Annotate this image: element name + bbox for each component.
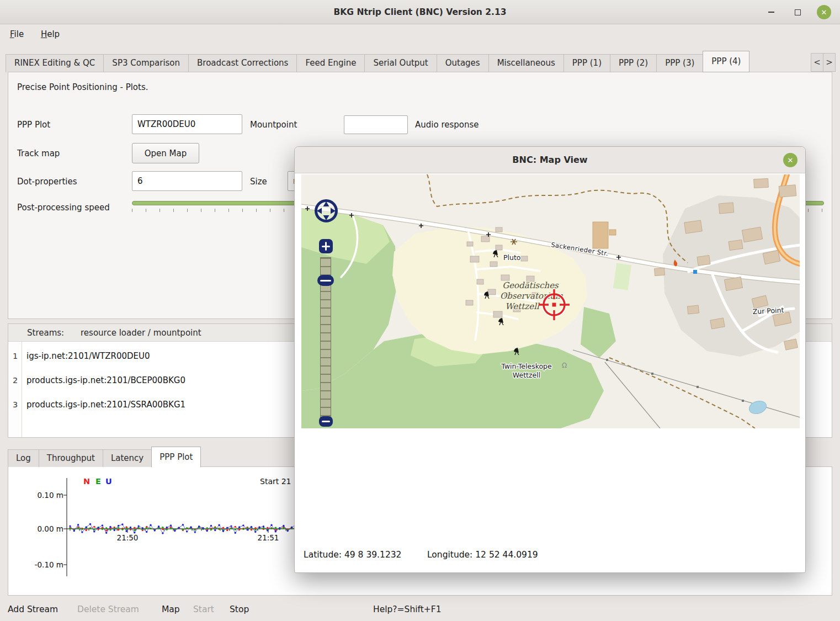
handle-bar-icon	[320, 280, 331, 282]
chevron-left-icon: <	[814, 57, 821, 67]
stream-url: igs-ip.net:2101/WTZR00DEU0	[26, 344, 150, 368]
post-processing-speed-label: Post-processing speed	[17, 203, 110, 213]
map-view[interactable]: Pluto Sackenrieder Str. Geodätisches Obs…	[301, 174, 800, 428]
map-label-observatory-1: Geodätisches	[502, 280, 559, 290]
map-button[interactable]: Map	[162, 599, 180, 620]
top-tab-bar: RINEX Editing & QC SP3 Comparison Broadc…	[6, 51, 805, 72]
latitude-value: Latitude: 49 8 39.1232	[304, 550, 401, 560]
mountpoint-label: Mountpoint	[250, 120, 297, 130]
maximize-button[interactable]	[790, 5, 805, 19]
ppp-plot-canvas: N E U Start 21 0.10 m 0.00 m -0.10 m 21:…	[8, 467, 317, 596]
audio-response-label: Audio response	[415, 120, 479, 130]
minimize-button[interactable]	[764, 5, 778, 19]
footer-bar: Add Stream Delete Stream Map Start Stop …	[0, 599, 840, 621]
row-number: 3	[8, 392, 22, 417]
tab-throughput[interactable]: Throughput	[39, 449, 103, 467]
map-label-pluto: Pluto	[503, 253, 520, 262]
map-label-omega: Ω	[562, 362, 567, 369]
legend-n: N	[83, 477, 90, 486]
tab-serial-output[interactable]: Serial Output	[364, 54, 437, 72]
plot-start-label: Start 21	[260, 477, 291, 486]
delete-stream-button: Delete Stream	[77, 599, 139, 620]
tab-scroll-right-button[interactable]: >	[823, 53, 836, 72]
minus-icon	[322, 421, 330, 422]
map-label-zur-point: Zur Point	[752, 306, 784, 316]
tab-log[interactable]: Log	[8, 449, 39, 467]
titlebar[interactable]: BKG Ntrip Client (BNC) Version 2.13 ✕	[0, 0, 840, 24]
maximize-icon	[795, 9, 801, 15]
menubar: File Help	[0, 25, 840, 44]
stream-url: products.igs-ip.net:2101/SSRA00BKG1	[26, 392, 185, 417]
bnc-main-window: BKG Ntrip Client (BNC) Version 2.13 ✕ Fi…	[0, 0, 840, 621]
help-hint: Help?=Shift+F1	[373, 599, 442, 620]
track-map-label: Track map	[17, 148, 60, 158]
add-stream-button[interactable]: Add Stream	[8, 599, 58, 620]
legend-e: E	[95, 477, 101, 486]
map-zoom-in-button[interactable]	[319, 239, 333, 253]
blue-marker-icon	[693, 270, 697, 274]
streams-header-columns: resource loader / mountpoint	[81, 324, 201, 342]
legend-u: U	[105, 477, 112, 486]
tab-ppp-plot[interactable]: PPP Plot	[151, 447, 201, 468]
dot-properties-label: Dot-properties	[17, 177, 77, 187]
tab-ppp-4[interactable]: PPP (4)	[703, 51, 749, 72]
size-label: Size	[250, 177, 267, 187]
map-label-observatory-3: Wettzell	[505, 301, 540, 311]
tab-ppp-3[interactable]: PPP (3)	[656, 54, 703, 72]
window-title: BKG Ntrip Client (BNC) Version 2.13	[0, 0, 840, 24]
longitude-value: Longitude: 12 52 44.0919	[427, 550, 538, 560]
map-zoom-handle[interactable]	[317, 275, 334, 286]
stream-url: products.igs-ip.net:2101/BCEP00BKG0	[26, 368, 185, 392]
map-label-twin-1: Twin-Teleskope	[501, 362, 552, 370]
xtick-2150: 21:50	[117, 533, 139, 542]
tab-miscellaneous[interactable]: Miscellaneous	[488, 54, 564, 72]
tab-latency[interactable]: Latency	[103, 449, 152, 467]
close-button[interactable]: ✕	[817, 5, 831, 19]
tab-ppp-1[interactable]: PPP (1)	[563, 54, 610, 72]
ppp-plot-input[interactable]	[132, 114, 242, 134]
tab-outages[interactable]: Outages	[437, 54, 489, 72]
menu-help[interactable]: Help	[41, 25, 60, 44]
ppp-plot-label: PPP Plot	[17, 120, 50, 130]
stop-button[interactable]: Stop	[230, 599, 249, 620]
tab-broadcast-corrections[interactable]: Broadcast Corrections	[188, 54, 297, 72]
ytick-top: 0.10 m	[37, 491, 63, 500]
bottom-tab-bar: Log Throughput Latency PPP Plot	[8, 446, 201, 467]
mountpoint-input[interactable]	[344, 115, 408, 134]
map-pan-compass[interactable]	[313, 198, 339, 224]
map-label-twin-2: Wettzell	[513, 371, 540, 379]
tab-feed-engine[interactable]: Feed Engine	[296, 54, 365, 72]
start-button: Start	[193, 599, 214, 620]
menu-file[interactable]: File	[10, 25, 24, 44]
tab-rinex-editing-qc[interactable]: RINEX Editing & QC	[6, 54, 104, 72]
minimize-icon	[768, 12, 774, 13]
tab-ppp-2[interactable]: PPP (2)	[610, 54, 657, 72]
xtick-2151: 21:51	[258, 533, 279, 542]
dot-properties-input[interactable]	[132, 171, 242, 191]
map-zoom-out-button[interactable]	[319, 416, 333, 427]
streams-header-label: Streams:	[27, 324, 64, 342]
close-icon: ✕	[788, 156, 794, 164]
map-canvas[interactable]: Pluto Sackenrieder Str. Geodätisches Obs…	[301, 174, 800, 428]
chevron-right-icon: >	[826, 57, 833, 67]
dialog-close-button[interactable]: ✕	[783, 153, 798, 167]
row-number: 2	[8, 368, 22, 392]
ytick-bottom: -0.10 m	[35, 560, 63, 569]
row-number: 1	[8, 344, 22, 368]
tab-scroll-left-button[interactable]: <	[811, 53, 823, 72]
panel-description: Precise Point Positioning - Plots.	[17, 82, 148, 92]
open-map-button[interactable]: Open Map	[132, 143, 199, 163]
map-view-dialog: BNC: Map View ✕	[294, 146, 806, 573]
tab-scroll-buttons: < >	[811, 53, 836, 72]
dialog-titlebar[interactable]: BNC: Map View	[295, 147, 805, 173]
coordinates-bar: Latitude: 49 8 39.1232 Longitude: 12 52 …	[295, 550, 805, 563]
close-icon: ✕	[821, 8, 827, 17]
tab-sp3-comparison[interactable]: SP3 Comparison	[103, 54, 189, 72]
dialog-title: BNC: Map View	[295, 147, 805, 173]
ytick-zero: 0.00 m	[37, 524, 63, 533]
